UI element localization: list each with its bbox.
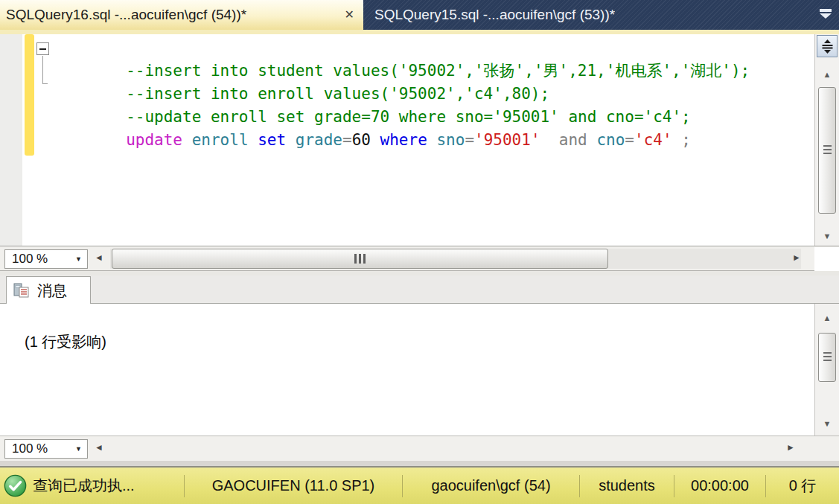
tab-messages[interactable]: 消息: [6, 276, 91, 304]
code-line[interactable]: --insert into student values('95002','张扬…: [51, 36, 750, 60]
thumb-grip: [823, 145, 832, 156]
editor-zoom-combo[interactable]: 100 % ▼: [4, 249, 88, 269]
code-token: --update enroll set grade=70 where sno='…: [126, 108, 691, 126]
code-token: where: [380, 131, 437, 149]
chevron-down-icon: ▼: [75, 445, 82, 453]
messages-vertical-scrollbar[interactable]: ▲ ▼: [814, 304, 839, 436]
fold-region-line: [42, 56, 48, 84]
scroll-right-icon[interactable]: ►: [786, 443, 795, 452]
split-view-icon: [821, 39, 834, 54]
code-token: enroll: [192, 131, 258, 149]
close-icon[interactable]: ✕: [345, 9, 354, 21]
code-token: =: [465, 131, 474, 149]
file-list-dropdown-icon[interactable]: [819, 9, 832, 19]
scroll-down-icon[interactable]: ▼: [815, 232, 839, 240]
scrollbar-thumb[interactable]: [112, 249, 608, 269]
tab-sqlquery16[interactable]: SQLQuery16.sql -...aocuifen\gcf (54))* ✕: [0, 0, 363, 30]
glyph-margin: [0, 34, 22, 246]
code-token: and: [540, 131, 597, 149]
code-token: --insert into student values('95002','张扬…: [126, 62, 750, 80]
code-token: --insert into enroll values('95002','c4'…: [126, 85, 549, 103]
scroll-left-icon[interactable]: ◄: [95, 443, 103, 452]
status-database: students: [580, 477, 674, 494]
code-area[interactable]: --insert into student values('95002','张扬…: [51, 36, 750, 129]
messages-bottom-bar: 100 % ▼ ◄ ►: [0, 436, 839, 461]
thumb-grip: [823, 352, 832, 363]
status-row-count: 0 行: [766, 476, 839, 496]
change-tracking-bar: [25, 34, 34, 156]
status-bar: 查询已成功执... GAOCUIFEN (11.0 SP1) gaocuifen…: [0, 468, 839, 504]
code-token: cno: [596, 131, 625, 149]
collapse-region-icon[interactable]: [36, 42, 49, 55]
splitter-handle-icon[interactable]: [817, 35, 838, 57]
statusbar-divider: [0, 461, 839, 468]
status-elapsed-time: 00:00:00: [674, 477, 765, 494]
scrollbar-thumb[interactable]: [818, 333, 836, 382]
scrollbar-corner: [814, 247, 839, 271]
status-connection: gaocuifen\gcf (54): [403, 477, 579, 494]
code-token: set: [258, 131, 296, 149]
tab-label: SQLQuery15.sql -...aocuifen\gcf (53))*: [374, 7, 615, 23]
scroll-down-icon[interactable]: ▼: [815, 420, 839, 428]
editor-vertical-scrollbar[interactable]: ▲ ▼: [814, 34, 839, 246]
code-token: 60: [352, 131, 380, 149]
chevron-down-icon: [820, 13, 832, 19]
ssms-window: SQLQuery16.sql -...aocuifen\gcf (54))* ✕…: [0, 0, 839, 504]
status-text: 查询已成功执...: [33, 476, 135, 496]
scroll-left-icon[interactable]: ◄: [95, 253, 103, 262]
chevron-down-icon: ▼: [75, 255, 82, 263]
code-token: ;: [672, 131, 691, 149]
code-token: 'c4': [634, 131, 672, 149]
messages-zoom-combo[interactable]: 100 % ▼: [4, 439, 88, 459]
status-server: GAOCUIFEN (11.0 SP1): [185, 477, 402, 494]
code-token: =: [342, 131, 352, 149]
editor-bottom-bar: 100 % ▼ ◄ ►: [0, 246, 839, 271]
sql-editor[interactable]: --insert into student values('95002','张扬…: [0, 34, 839, 246]
editor-horizontal-scrollbar[interactable]: [110, 249, 801, 269]
code-token: =: [625, 131, 634, 149]
rows-affected-message: (1 行受影响): [25, 332, 106, 352]
zoom-value: 100 %: [12, 441, 75, 456]
code-token: update: [126, 131, 192, 149]
document-tab-bar: SQLQuery16.sql -...aocuifen\gcf (54))* ✕…: [0, 0, 839, 30]
messages-tab-label: 消息: [37, 281, 67, 301]
results-tab-row: 消息: [0, 275, 839, 304]
tab-sqlquery15[interactable]: SQLQuery15.sql -...aocuifen\gcf (53))*: [365, 0, 685, 30]
minus-glyph: [39, 48, 46, 50]
query-status: 查询已成功执...: [0, 474, 184, 497]
code-token: sno: [436, 131, 465, 149]
zoom-value: 100 %: [12, 252, 75, 267]
scroll-right-icon[interactable]: ►: [792, 253, 801, 262]
success-check-icon: [4, 474, 27, 497]
code-token: '95001': [474, 131, 540, 149]
thumb-grip: [354, 254, 366, 264]
scrollbar-thumb[interactable]: [818, 87, 836, 214]
tab-label: SQLQuery16.sql -...aocuifen\gcf (54))*: [6, 7, 337, 23]
scroll-up-icon[interactable]: ▲: [815, 71, 839, 79]
code-token: grade: [296, 131, 342, 149]
messages-pane[interactable]: (1 行受影响) ▲ ▼: [0, 304, 839, 436]
messages-icon: [13, 281, 31, 299]
dropdown-bar: [820, 9, 832, 12]
scroll-up-icon[interactable]: ▲: [815, 314, 839, 322]
